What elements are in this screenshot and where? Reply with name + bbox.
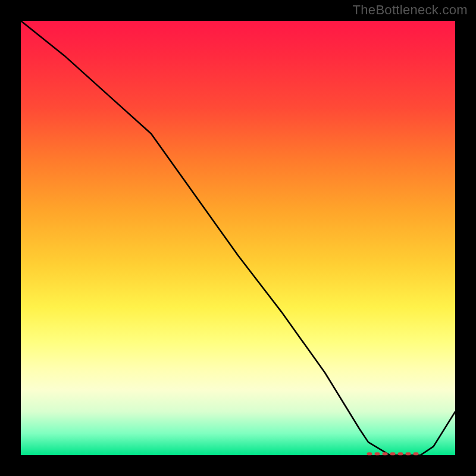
plot-area <box>21 21 455 455</box>
watermark-text: TheBottleneck.com <box>353 2 468 18</box>
data-curve <box>21 21 455 455</box>
chart-frame: TheBottleneck.com <box>0 0 476 476</box>
